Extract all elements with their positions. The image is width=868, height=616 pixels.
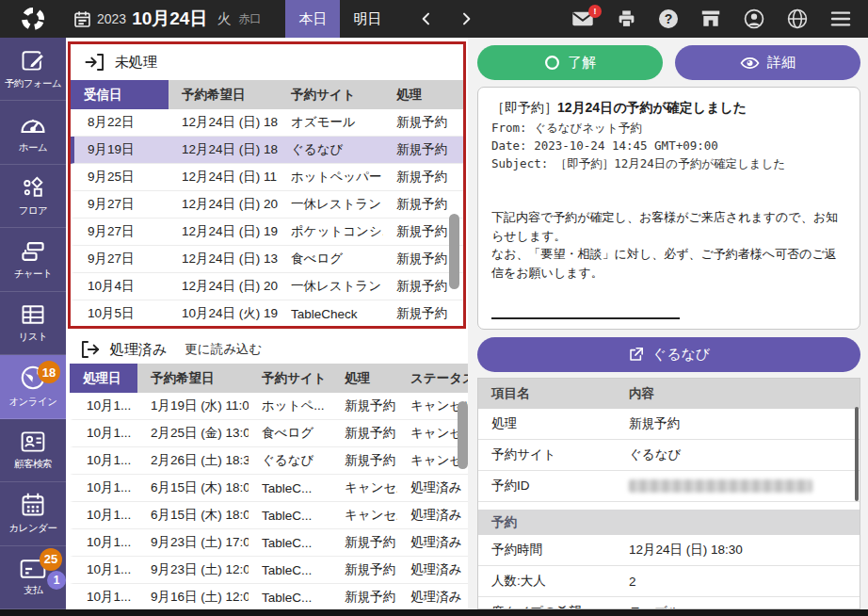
app-logo <box>0 7 66 31</box>
sidebar-item-online[interactable]: 18 オンライン <box>0 355 66 418</box>
globe-icon[interactable] <box>787 8 808 29</box>
account-icon[interactable] <box>744 8 764 29</box>
details-scrollbar[interactable] <box>855 407 859 501</box>
sidebar-item-label: チャート <box>14 267 53 281</box>
processed-scrollbar[interactable] <box>458 401 468 469</box>
sidebar-item-label: ホーム <box>19 141 48 154</box>
col-action[interactable]: 処理 <box>383 80 463 109</box>
table-row[interactable]: 10月4日 12月24日 (日) 20:... 一休レストラン 新規予約 <box>71 273 463 300</box>
details-rows-reservation: 予約時間 12月24日 (日) 18:30 人数:大人 2 席タイプの希望 テー… <box>478 535 860 609</box>
approve-label: 了解 <box>568 54 596 72</box>
topbar-weekday: 火 <box>217 10 231 28</box>
outbox-arrow-icon <box>79 339 102 360</box>
col-desired-date[interactable]: 予約希望日 <box>169 80 278 109</box>
topbar-rokuyo: 赤口 <box>238 11 261 27</box>
approve-button[interactable]: 了解 <box>477 45 663 80</box>
payment-badge: 25 <box>40 548 62 571</box>
details-section-reservation: 予約 <box>478 510 860 535</box>
chevron-right-icon[interactable] <box>458 11 474 26</box>
table-row[interactable]: 10月1... 9月23日 (土) 17:00 TableC... 新規予約 処… <box>70 529 468 557</box>
sidebar-item-chart[interactable]: チャート <box>0 228 66 291</box>
sidebar-item-label: フロア <box>19 204 48 218</box>
unprocessed-rows: 8月22日 12月24日 (日) 18:... オズモール 新規予約 9月19日… <box>71 109 463 328</box>
spacer <box>478 502 860 510</box>
table-row[interactable]: 10月1... 9月23日 (土) 12:00 TableC... 新規予約 処… <box>70 557 468 584</box>
unprocessed-title: 未処理 <box>115 54 157 72</box>
processed-title: 処理済み <box>110 341 167 359</box>
open-site-button[interactable]: ぐるなび <box>477 337 860 372</box>
sidebar-item-home[interactable]: ホーム <box>0 101 66 164</box>
table-row[interactable]: 10月1... 2月26日 (土) 18:30 ぐるなび 新規予約 キャンセル <box>70 447 468 475</box>
table-row[interactable]: 8月22日 12月24日 (日) 18:... オズモール 新規予約 <box>71 109 463 137</box>
table-row[interactable]: 10月5日 10月24日 (火) 19:... TableCheck 新規予約 <box>71 300 463 328</box>
detail-row: 人数:大人 2 <box>478 566 860 597</box>
col-action[interactable]: 処理 <box>331 364 397 393</box>
sidebar-item-customer-search[interactable]: 顧客検索 <box>0 419 66 482</box>
circle-ok-icon <box>544 55 560 71</box>
sidebar-item-list[interactable]: リスト <box>0 292 66 355</box>
detail-row: 予約ID <box>478 471 860 502</box>
topbar-year: 2023 <box>97 11 126 26</box>
detail-button[interactable]: 詳細 <box>675 45 860 80</box>
load-more-link[interactable]: 更に読み込む <box>185 341 262 358</box>
col-site[interactable]: 予約サイト <box>278 80 383 109</box>
sidebar-item-floor[interactable]: フロア <box>0 165 66 228</box>
reservation-form-icon <box>20 47 46 73</box>
col-processed-date[interactable]: 処理日 <box>70 364 137 393</box>
processed-rows: 10月1... 1月19日 (水) 11:00 ホットペ... 新規予約 キャン… <box>70 393 468 609</box>
table-row[interactable]: 10月1... 6月15日 (木) 18:00 TableC... キャンセル … <box>70 475 468 502</box>
detail-row: 処理 新規予約 <box>478 409 860 440</box>
sidebar-item-calendar[interactable]: カレンダー <box>0 482 66 545</box>
col-status[interactable]: ステータス <box>397 364 468 393</box>
table-row[interactable]: 10月1... 2月25日 (金) 13:00 食べログ 新規予約 キャンセル <box>70 420 468 447</box>
col-desired-date[interactable]: 予約希望日 <box>137 364 249 393</box>
chevron-left-icon[interactable] <box>419 11 434 26</box>
col-received-date[interactable]: 受信日 <box>71 80 169 109</box>
table-row[interactable]: 10月1... 9月16日 (土) 12:00 TableC... 新規予約 処… <box>70 584 468 609</box>
processed-title-row: 処理済み 更に読み込む <box>70 335 468 364</box>
external-link-icon <box>628 347 644 363</box>
list-table-icon <box>20 302 46 327</box>
table-row[interactable]: 9月27日 12月24日 (日) 20:... 一休レストラン 新規予約 <box>71 191 463 219</box>
table-row[interactable]: 10月1... 1月19日 (水) 11:00 ホットペ... 新規予約 キャン… <box>70 393 468 420</box>
details-col-content: 内容 <box>629 385 860 402</box>
logo-icon <box>21 7 45 31</box>
calendar-icon <box>20 492 46 518</box>
sidebar-item-label: リスト <box>19 331 48 344</box>
bottom-bar <box>0 609 868 616</box>
mail-badge: ! <box>588 5 602 18</box>
table-row[interactable]: 9月25日 12月24日 (日) 11:... ホットペッパー 新規予約 <box>71 164 463 191</box>
detail-row: 席タイプの希望 テーブル <box>478 597 860 609</box>
detail-label: 詳細 <box>767 54 796 72</box>
tab-tomorrow[interactable]: 明日 <box>340 0 394 38</box>
tab-today[interactable]: 本日 <box>285 0 340 38</box>
help-icon[interactable]: ? <box>659 9 678 28</box>
payment-badge-2: 1 <box>47 571 66 590</box>
divider <box>491 317 680 319</box>
message-panel: 了解 詳細 ［即予約］12月24日の予約が確定しました From: ぐるなびネッ… <box>475 38 868 609</box>
calendar-icon[interactable] <box>73 10 91 28</box>
processed-header: 処理日 予約希望日 予約サイト 処理 ステータス <box>70 364 468 393</box>
inbox-arrow-icon <box>84 52 106 73</box>
unprocessed-scrollbar[interactable] <box>449 214 459 289</box>
table-row[interactable]: 9月27日 12月24日 (日) 19:... ポケットコンシ... 新規予約 <box>71 219 463 246</box>
redacted-value <box>629 479 812 493</box>
email-title: ［即予約］12月24日の予約が確定しました <box>491 98 846 118</box>
customer-search-icon <box>20 430 46 454</box>
email-section-heading: ■予約内容 <box>491 327 846 330</box>
store-icon[interactable] <box>700 9 721 28</box>
email-body-line-1: 下記内容で予約が確定し、お客様がご来店されますので、お知らせします。 <box>491 208 846 245</box>
table-row[interactable]: 9月27日 12月24日 (日) 13:... 食べログ 新規予約 <box>71 246 463 273</box>
table-row[interactable]: 10月1... 6月15日 (木) 18:00 TableC... キャンセル … <box>70 502 468 529</box>
table-row[interactable]: 9月19日 12月24日 (日) 18:... ぐるなび 新規予約 <box>71 137 463 164</box>
sidebar-item-label: カレンダー <box>9 522 57 535</box>
email-subject: Subject: ［即予約］12月24日の予約が確定しました <box>491 155 846 173</box>
sidebar-item-payment[interactable]: 25 1 支払 <box>0 546 66 609</box>
chart-blocks-icon <box>19 239 47 264</box>
sidebar-item-reservation-form[interactable]: 予約フォーム <box>0 38 66 101</box>
printer-icon[interactable] <box>617 9 636 28</box>
reservation-details: 項目名 内容 処理 新規予約 予約サイト ぐるなび 予約ID 予約 予約時間 <box>477 378 860 609</box>
col-site[interactable]: 予約サイト <box>249 364 331 393</box>
mail-icon[interactable]: ! <box>571 10 594 27</box>
menu-icon[interactable] <box>830 10 851 27</box>
